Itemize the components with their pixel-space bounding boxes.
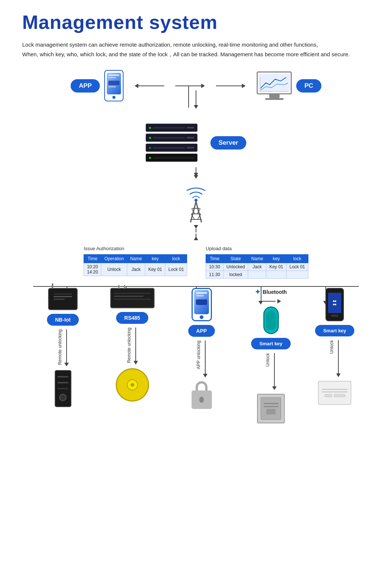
col-state: State	[223, 255, 248, 263]
issue-auth-label: Issue Authorization	[84, 246, 187, 251]
svg-point-3	[195, 199, 197, 202]
bluetooth-label: Bluetooth	[263, 289, 287, 295]
device-rs485: RS485 Remote unlocking	[103, 288, 162, 402]
device-smart-key-right: ■■■■ Smart key Unlock	[311, 288, 359, 405]
table-row: 10:2014:20 Unlock Jack Key 01 Lock 01	[84, 263, 187, 276]
device-smart-key-mid: ✦ Bluetooth Smart key Unlock	[241, 288, 301, 423]
col-lock-1: lock	[165, 255, 187, 263]
app-device-label: APP	[188, 325, 215, 337]
col-key-2: key	[266, 255, 286, 263]
issue-table: Time Operation Name key lock 10:2014:20 …	[84, 254, 187, 276]
smart-key-mid-label: Smart key	[251, 338, 290, 349]
device-nb-iot: NB-Iot Remote unlocking	[33, 288, 92, 407]
smart-key-right-label: Smart key	[315, 325, 354, 336]
col-name-1: Name	[127, 255, 145, 263]
svg-rect-0	[258, 74, 290, 92]
col-operation: Operation	[101, 255, 127, 263]
col-time-1: Time	[84, 255, 101, 263]
diagram: APP	[22, 70, 370, 423]
nb-iot-label: NB-Iot	[47, 314, 79, 326]
table-row: 11:30 locked	[206, 271, 308, 279]
rs485-label: RS485	[116, 312, 148, 324]
col-lock-2: lock	[286, 255, 308, 263]
col-name-2: Name	[248, 255, 266, 263]
server-badge: Server	[210, 136, 246, 150]
server-section: Server	[146, 124, 246, 162]
upload-table: Time State Name key lock 10:30 Unlocked …	[206, 254, 308, 279]
col-key-1: key	[145, 255, 165, 263]
table-row: 10:30 Unlocked Jack Key 01 Lock 01	[206, 263, 308, 271]
intro-text: Lock management system can achieve remot…	[22, 40, 370, 59]
device-app: APP APP unlocking	[172, 288, 231, 409]
tower-section	[179, 182, 213, 223]
col-time-2: Time	[206, 255, 223, 263]
page-title: Management system	[22, 11, 370, 33]
upload-data-label: Upload data	[206, 246, 308, 251]
devices-row: NB-Iot Remote unlocking	[33, 288, 359, 423]
tables-section: Issue Authorization Time Operation Name …	[22, 246, 370, 279]
